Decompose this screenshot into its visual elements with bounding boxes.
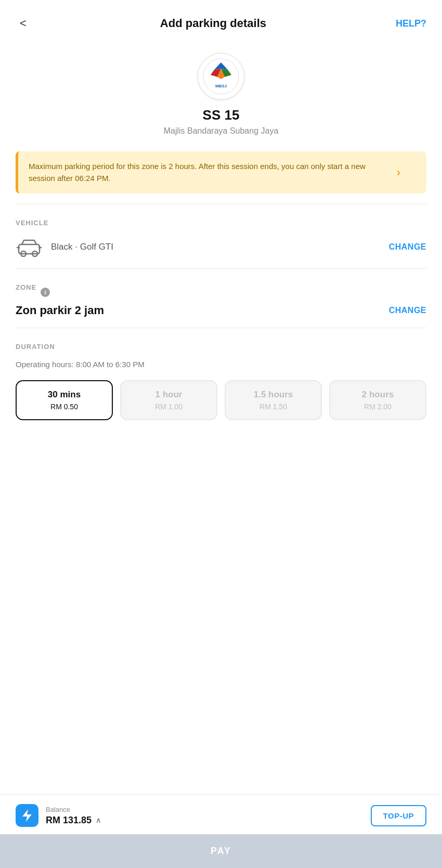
balance-label: Balance <box>46 806 101 813</box>
svg-text:MBSJ: MBSJ <box>215 84 227 88</box>
zone-section: ZONE i Zon parkir 2 jam CHANGE <box>0 269 442 328</box>
duration-price-2hr: RM 2.00 <box>364 403 392 411</box>
zone-section-label: ZONE <box>16 283 36 291</box>
balance-row: Balance RM 131.85 ∧ TOP-UP <box>0 795 442 834</box>
zone-change-button[interactable]: CHANGE <box>389 306 426 315</box>
duration-card-1hr: 1 hour RM 1.00 <box>120 380 217 420</box>
duration-time-30min: 30 mins <box>48 390 81 400</box>
bottom-bar: Balance RM 131.85 ∧ TOP-UP PAY <box>0 794 442 868</box>
duration-card-1-5hr: 1.5 hours RM 1.50 <box>225 380 322 420</box>
duration-price-1-5hr: RM 1.50 <box>259 403 287 411</box>
pay-button-wrap: PAY <box>0 834 442 868</box>
vehicle-info: Black · Golf GTI <box>16 236 113 258</box>
duration-section: DURATION Operating hours: 8:00 AM to 6:3… <box>0 328 442 431</box>
duration-price-30min: RM 0.50 <box>50 403 78 411</box>
duration-time-1hr: 1 hour <box>155 390 183 400</box>
warning-text: Maximum parking period for this zone is … <box>29 161 389 184</box>
vehicle-row: Black · Golf GTI CHANGE <box>16 236 426 258</box>
pay-button[interactable]: PAY <box>0 834 442 868</box>
lightning-svg-icon <box>21 808 33 823</box>
bottom-spacer <box>0 431 442 514</box>
balance-amount: RM 131.85 ∧ <box>46 815 101 826</box>
duration-section-label: DURATION <box>16 343 426 351</box>
duration-time-2hr: 2 hours <box>362 390 394 400</box>
zone-row: Zon parkir 2 jam CHANGE <box>16 304 426 317</box>
balance-info: Balance RM 131.85 ∧ <box>46 806 101 826</box>
operating-hours: Operating hours: 8:00 AM to 6:30 PM <box>16 360 426 369</box>
car-icon <box>16 236 43 258</box>
duration-card-30min[interactable]: 30 mins RM 0.50 <box>16 380 113 420</box>
balance-left: Balance RM 131.85 ∧ <box>16 804 101 827</box>
duration-cards: 30 mins RM 0.50 1 hour RM 1.00 1.5 hours… <box>16 380 426 420</box>
back-button[interactable]: < <box>16 15 31 32</box>
header: < Add parking details HELP? <box>0 0 442 43</box>
logo-circle: MBSJ <box>198 53 244 100</box>
zone-label-row: ZONE i <box>16 283 426 301</box>
logo-section: MBSJ SS 15 Majlis Bandaraya Subang Jaya <box>0 43 442 145</box>
lightning-icon <box>16 804 38 827</box>
duration-time-1-5hr: 1.5 hours <box>254 390 293 400</box>
balance-caret-icon: ∧ <box>96 816 101 824</box>
vehicle-change-button[interactable]: CHANGE <box>389 242 426 252</box>
location-name: SS 15 <box>203 107 240 123</box>
warning-chevron-icon: › <box>397 166 400 179</box>
zone-name: Zon parkir 2 jam <box>16 304 104 317</box>
mbsj-logo-icon: MBSJ <box>203 58 239 95</box>
car-svg-icon <box>16 237 43 257</box>
duration-card-2hr: 2 hours RM 2.00 <box>329 380 426 420</box>
warning-banner[interactable]: Maximum parking period for this zone is … <box>16 151 426 193</box>
vehicle-section-label: VEHICLE <box>16 219 426 227</box>
help-button[interactable]: HELP? <box>396 18 426 29</box>
location-subtitle: Majlis Bandaraya Subang Jaya <box>164 126 279 136</box>
info-icon: i <box>41 288 50 297</box>
duration-price-1hr: RM 1.00 <box>155 403 183 411</box>
balance-value: RM 131.85 <box>46 815 92 826</box>
topup-button[interactable]: TOP-UP <box>371 805 426 826</box>
vehicle-description: Black · Golf GTI <box>51 242 113 252</box>
vehicle-section: VEHICLE Black · Golf GTI CHANGE <box>0 204 442 268</box>
page-title: Add parking details <box>160 17 266 30</box>
